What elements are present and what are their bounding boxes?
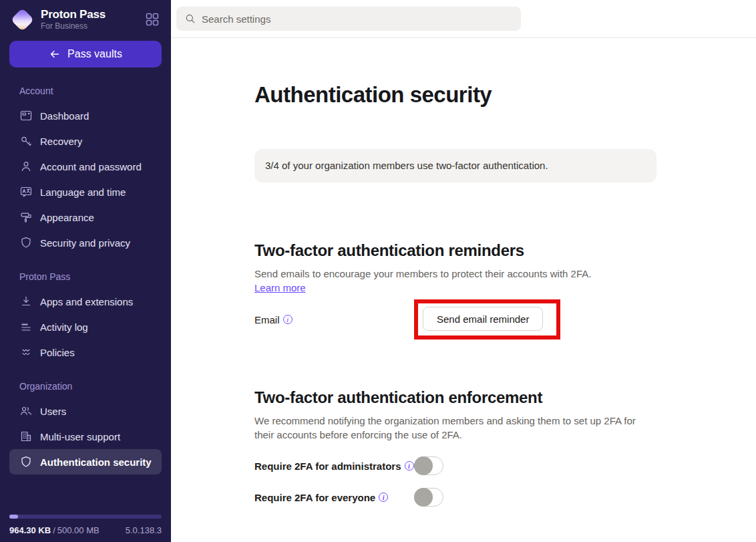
require-2fa-admins-row: Require 2FA for administrators bbox=[254, 456, 756, 475]
enforcement-heading: Two-factor authentication enforcement bbox=[254, 388, 756, 408]
toggle-knob bbox=[414, 488, 433, 507]
sidebar-item-label: Language and time bbox=[40, 186, 126, 198]
language-bubble-icon bbox=[19, 185, 33, 198]
sidebar-item-users[interactable]: Users bbox=[9, 398, 162, 424]
paint-roller-icon bbox=[19, 211, 33, 224]
storage-used: 964.30 KB bbox=[9, 525, 51, 535]
sidebar-item-label: Activity log bbox=[40, 321, 88, 333]
learn-more-link[interactable]: Learn more bbox=[254, 281, 306, 295]
section-label-organization: Organization bbox=[9, 381, 162, 392]
dashboard-icon bbox=[19, 109, 33, 122]
storage-total: 500.00 MB bbox=[57, 525, 100, 535]
search-icon bbox=[184, 13, 196, 25]
app-switcher-icon[interactable] bbox=[144, 11, 160, 27]
sidebar-item-label: Authentication security bbox=[40, 456, 152, 468]
info-icon[interactable] bbox=[379, 493, 388, 502]
sidebar-item-security-privacy[interactable]: Security and privacy bbox=[9, 230, 162, 255]
require-2fa-everyone-toggle[interactable] bbox=[414, 488, 443, 507]
sidebar-item-policies[interactable]: Policies bbox=[9, 340, 162, 365]
info-icon[interactable] bbox=[405, 461, 414, 470]
sidebar-item-dashboard[interactable]: Dashboard bbox=[9, 103, 162, 128]
app-subtitle: For Business bbox=[41, 22, 106, 31]
shield-icon bbox=[19, 236, 33, 249]
send-email-reminder-button[interactable]: Send email reminder bbox=[423, 307, 543, 331]
users-icon bbox=[19, 404, 33, 418]
sidebar-item-label: Multi-user support bbox=[40, 431, 120, 442]
storage-separator: / bbox=[53, 525, 55, 535]
page-title: Authentication security bbox=[254, 82, 756, 108]
section-label-proton-pass: Proton Pass bbox=[9, 271, 162, 282]
sidebar-item-label: Policies bbox=[40, 347, 75, 358]
sidebar-item-apps-extensions[interactable]: Apps and extensions bbox=[9, 289, 162, 314]
sidebar-item-label: Dashboard bbox=[40, 110, 89, 122]
key-icon bbox=[19, 134, 33, 148]
arrow-left-icon bbox=[49, 48, 61, 60]
sidebar-item-account-password[interactable]: Account and password bbox=[9, 154, 162, 179]
email-label: Email bbox=[254, 314, 280, 325]
app-name: Proton Pass bbox=[41, 9, 106, 21]
require-2fa-everyone-row: Require 2FA for everyone bbox=[254, 488, 756, 507]
info-banner: 3/4 of your organization members use two… bbox=[254, 149, 656, 182]
sidebar-item-multi-user-support[interactable]: Multi-user support bbox=[9, 424, 162, 449]
sidebar-item-label: Users bbox=[40, 406, 66, 417]
user-icon bbox=[19, 160, 33, 173]
storage-meter-fill bbox=[9, 515, 18, 519]
sidebar-nav: Account Dashboard Recovery Account and p… bbox=[0, 67, 171, 515]
shield-icon bbox=[19, 455, 33, 468]
reminders-description: Send emails to encourage your members to… bbox=[254, 267, 645, 281]
sidebar-item-language-time[interactable]: Language and time bbox=[9, 179, 162, 205]
storage-usage: 964.30 KB/500.00 MB bbox=[9, 525, 102, 535]
sidebar-item-appearance[interactable]: Appearance bbox=[9, 205, 162, 230]
sidebar-item-label: Security and privacy bbox=[40, 237, 130, 249]
sidebar-item-label: Appearance bbox=[40, 212, 94, 223]
pass-vaults-back-button[interactable]: Pass vaults bbox=[9, 41, 162, 67]
list-lines-icon bbox=[19, 320, 33, 333]
sidebar-item-authentication-security[interactable]: Authentication security bbox=[9, 449, 162, 475]
top-bar bbox=[171, 0, 756, 38]
require-2fa-admins-label-col: Require 2FA for administrators bbox=[254, 460, 414, 472]
sidebar-item-label: Recovery bbox=[40, 136, 82, 147]
sidebar-item-label: Account and password bbox=[40, 161, 142, 172]
toggle-knob bbox=[414, 456, 433, 475]
sidebar-footer: 964.30 KB/500.00 MB 5.0.138.3 bbox=[0, 515, 171, 542]
sidebar-item-label: Apps and extensions bbox=[40, 296, 133, 307]
require-2fa-everyone-label-col: Require 2FA for everyone bbox=[254, 492, 414, 503]
back-button-label: Pass vaults bbox=[67, 48, 122, 60]
info-icon[interactable] bbox=[283, 315, 293, 324]
storage-meter bbox=[9, 515, 162, 519]
search-input[interactable] bbox=[202, 13, 513, 25]
sidebar-item-recovery[interactable]: Recovery bbox=[9, 128, 162, 154]
annotation-highlight-box: Send email reminder bbox=[414, 299, 560, 340]
building-icon bbox=[19, 430, 33, 443]
settings-content: Authentication security 3/4 of your orga… bbox=[171, 38, 756, 542]
require-2fa-admins-label: Require 2FA for administrators bbox=[254, 460, 401, 472]
email-reminder-row: Email Send email reminder bbox=[254, 299, 756, 340]
double-chevron-icon bbox=[19, 346, 33, 359]
download-icon bbox=[19, 295, 33, 308]
main-area: Authentication security 3/4 of your orga… bbox=[171, 0, 756, 542]
app-version: 5.0.138.3 bbox=[126, 525, 162, 535]
sidebar-item-activity-log[interactable]: Activity log bbox=[9, 314, 162, 340]
require-2fa-everyone-label: Require 2FA for everyone bbox=[254, 492, 375, 503]
enforcement-description: We recommend notifying the organization … bbox=[254, 414, 645, 442]
require-2fa-admins-toggle[interactable] bbox=[414, 456, 443, 475]
app-title-block: Proton Pass For Business bbox=[41, 9, 106, 30]
reminders-heading: Two-factor authentication reminders bbox=[254, 241, 756, 261]
email-label-col: Email bbox=[254, 314, 414, 325]
app-logo-row: Proton Pass For Business bbox=[0, 0, 171, 31]
section-label-account: Account bbox=[9, 86, 162, 96]
search-bar[interactable] bbox=[176, 7, 521, 31]
sidebar: Proton Pass For Business Pass vaults Acc… bbox=[0, 0, 171, 542]
proton-pass-logo-icon bbox=[11, 8, 33, 31]
